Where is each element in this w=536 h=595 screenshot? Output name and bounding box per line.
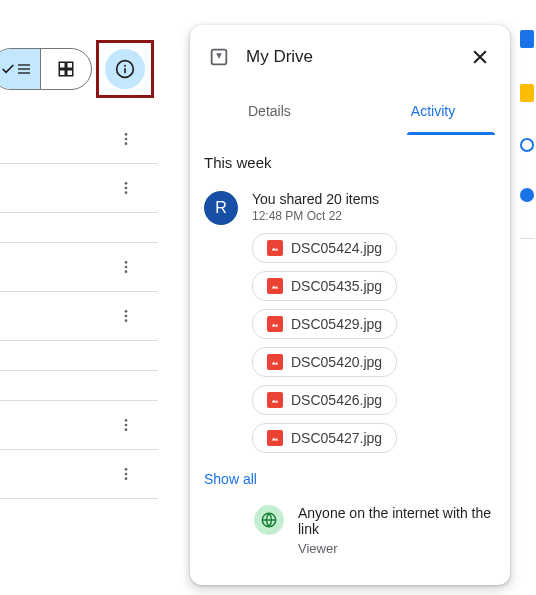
more-vert-icon [118,259,134,275]
file-chip-label: DSC05429.jpg [291,316,382,332]
file-row[interactable] [0,341,158,371]
panel-tabs: Details Activity [190,89,510,134]
svg-point-26 [125,473,128,476]
svg-point-21 [125,319,128,322]
file-row[interactable] [0,115,158,164]
more-vert-icon [118,308,134,324]
svg-point-15 [125,191,128,194]
svg-point-22 [125,419,128,422]
share-info: Anyone on the internet with the link Vie… [204,505,496,554]
svg-rect-1 [18,68,30,69]
svg-rect-5 [59,70,65,76]
info-button[interactable] [105,49,145,89]
file-chip-label: DSC05435.jpg [291,278,382,294]
close-button[interactable] [468,45,492,69]
svg-point-8 [124,65,126,67]
file-list [0,115,158,499]
image-file-icon [267,316,283,332]
svg-point-18 [125,270,128,273]
tab-details[interactable]: Details [208,89,331,133]
globe-icon [260,511,278,529]
activity-entry: R You shared 20 items 12:48 PM Oct 22 DS… [204,191,496,461]
more-actions-button[interactable] [114,176,138,200]
panel-title: My Drive [246,47,452,67]
check-icon [0,61,16,77]
svg-rect-3 [59,62,65,68]
svg-point-17 [125,266,128,269]
file-chip[interactable]: DSC05427.jpg [252,423,397,453]
more-actions-button[interactable] [114,413,138,437]
share-text: Anyone on the internet with the link [298,505,496,537]
svg-point-25 [125,468,128,471]
file-row[interactable] [0,243,158,292]
file-chip-label: DSC05426.jpg [291,392,382,408]
image-file-icon [267,278,283,294]
file-row[interactable] [0,450,158,499]
more-vert-icon [118,417,134,433]
svg-point-12 [125,142,128,145]
more-actions-button[interactable] [114,255,138,279]
more-vert-icon [118,131,134,147]
svg-rect-9 [124,68,126,73]
side-addon-bar [518,30,536,239]
svg-rect-4 [67,62,73,68]
file-chip[interactable]: DSC05435.jpg [252,271,397,301]
svg-rect-2 [18,72,30,73]
more-actions-button[interactable] [114,127,138,151]
file-chip-label: DSC05420.jpg [291,354,382,370]
grid-view-button[interactable] [41,49,91,89]
grid-icon [57,60,75,78]
file-row[interactable] [0,371,158,401]
svg-point-24 [125,428,128,431]
keep-icon[interactable] [520,84,534,102]
svg-point-27 [125,477,128,480]
globe-badge [254,505,284,535]
svg-point-13 [125,182,128,185]
tasks-icon[interactable] [520,138,534,152]
svg-rect-0 [18,64,30,65]
view-toggle-group [0,48,92,90]
divider [520,238,534,239]
activity-title: You shared 20 items [252,191,496,207]
svg-point-11 [125,138,128,141]
image-file-icon [267,354,283,370]
svg-point-10 [125,133,128,136]
show-all-link[interactable]: Show all [204,471,496,487]
file-row[interactable] [0,292,158,341]
svg-rect-6 [67,70,73,76]
svg-point-16 [125,261,128,264]
file-chip-label: DSC05427.jpg [291,430,382,446]
image-file-icon [267,240,283,256]
panel-body: This week R You shared 20 items 12:48 PM… [190,134,510,554]
file-chip-label: DSC05424.jpg [291,240,382,256]
info-icon [115,59,135,79]
section-header: This week [204,154,496,171]
list-view-button[interactable] [0,49,41,89]
file-chip[interactable]: DSC05420.jpg [252,347,397,377]
drive-icon [208,46,230,68]
share-role: Viewer [298,541,496,554]
panel-header: My Drive [190,25,510,89]
info-button-highlight [96,40,154,98]
more-actions-button[interactable] [114,462,138,486]
file-row[interactable] [0,401,158,450]
file-row[interactable] [0,213,158,243]
image-file-icon [267,430,283,446]
svg-point-23 [125,424,128,427]
image-file-icon [267,392,283,408]
details-panel: My Drive Details Activity This week R Yo… [190,25,510,585]
file-chip[interactable]: DSC05429.jpg [252,309,397,339]
contacts-icon[interactable] [520,188,534,202]
tab-activity[interactable]: Activity [371,89,495,133]
file-chip[interactable]: DSC05426.jpg [252,385,397,415]
file-row[interactable] [0,164,158,213]
more-actions-button[interactable] [114,304,138,328]
activity-time: 12:48 PM Oct 22 [252,209,496,223]
svg-point-14 [125,187,128,190]
svg-point-19 [125,310,128,313]
calendar-icon[interactable] [520,30,534,48]
more-vert-icon [118,180,134,196]
file-chip[interactable]: DSC05424.jpg [252,233,397,263]
activity-content: You shared 20 items 12:48 PM Oct 22 DSC0… [252,191,496,461]
avatar: R [204,191,238,225]
